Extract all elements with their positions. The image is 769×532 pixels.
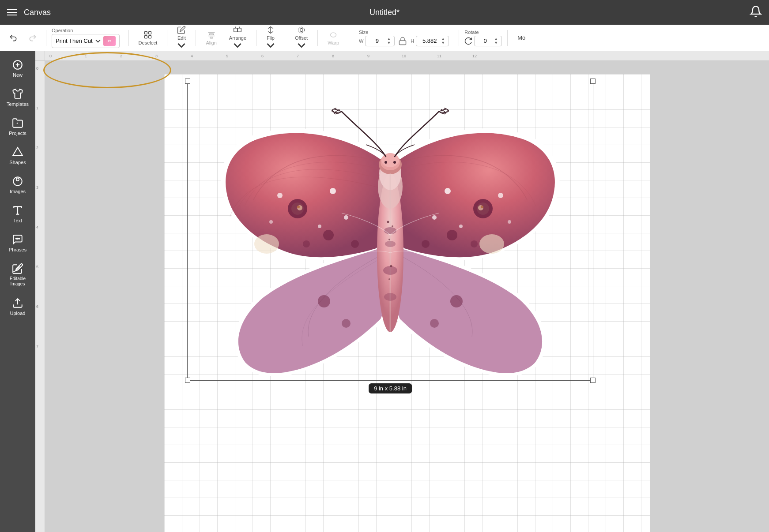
svg-point-12 — [300, 28, 303, 31]
sep2 — [128, 30, 129, 46]
ruler-corner — [35, 51, 45, 61]
svg-rect-8 — [234, 28, 237, 31]
svg-rect-3 — [149, 35, 151, 38]
svg-text:9: 9 — [367, 54, 369, 58]
svg-text:1: 1 — [36, 106, 38, 110]
sep5 — [256, 30, 256, 46]
flip-button[interactable]: Flip — [262, 24, 279, 52]
sep3 — [167, 30, 167, 46]
size-display-label: 9 in x 5.88 in — [369, 383, 412, 393]
sidebar-phrases-label: Phrases — [9, 247, 26, 252]
svg-text:5: 5 — [36, 265, 38, 269]
shapes-icon — [12, 146, 23, 158]
sidebar-item-upload[interactable]: Upload — [2, 293, 34, 320]
selection-box[interactable]: 9 in x 5.88 in — [187, 81, 593, 381]
more-button[interactable]: Mo — [513, 33, 530, 43]
sidebar-shapes-label: Shapes — [9, 160, 26, 165]
size-w-input[interactable] — [368, 37, 386, 44]
editable-images-icon — [12, 263, 23, 274]
sidebar-item-editable-images[interactable]: Editable Images — [2, 259, 34, 291]
handle-bottom-right[interactable] — [590, 378, 596, 383]
warp-label: Warp — [328, 40, 339, 45]
operation-select[interactable]: Print Then Cut ✂ — [52, 34, 120, 48]
size-w-down[interactable]: ▼ — [386, 41, 392, 45]
svg-rect-14 — [400, 41, 406, 45]
svg-rect-5 — [209, 34, 214, 35]
operation-group: Operation Print Then Cut ✂ — [52, 28, 120, 48]
svg-text:1: 1 — [85, 54, 87, 58]
svg-text:11: 11 — [437, 54, 441, 58]
ruler-vertical: 0 1 2 3 4 5 6 7 — [35, 61, 45, 532]
svg-text:4: 4 — [191, 54, 193, 58]
svg-text:0: 0 — [36, 66, 38, 71]
offset-button[interactable]: Offset — [290, 24, 312, 52]
sidebar-item-text[interactable]: Text — [2, 200, 34, 228]
rotate-input-wrap: ▲ ▼ — [474, 36, 502, 46]
size-h-down[interactable]: ▼ — [440, 41, 446, 45]
app-title: Canvas — [24, 8, 51, 17]
undo-button[interactable] — [5, 32, 21, 44]
offset-label: Offset — [295, 35, 308, 41]
operation-value: Print Then Cut — [56, 37, 93, 44]
lock-icon[interactable] — [396, 37, 409, 45]
svg-text:4: 4 — [36, 225, 38, 229]
operation-dropdown-icon — [95, 38, 101, 44]
edit-button[interactable]: Edit — [173, 24, 190, 52]
size-h-input[interactable] — [419, 37, 440, 44]
svg-text:7: 7 — [36, 344, 38, 348]
svg-text:3: 3 — [36, 185, 38, 190]
sidebar-images-label: Images — [10, 189, 26, 194]
sidebar-projects-label: Projects — [9, 131, 26, 136]
svg-text:2: 2 — [120, 54, 122, 58]
svg-text:2: 2 — [36, 146, 38, 150]
warp-button[interactable]: Warp — [323, 29, 343, 47]
deselect-button[interactable]: Deselect — [134, 29, 162, 47]
rotate-icon — [464, 37, 472, 45]
menu-icon[interactable] — [7, 9, 17, 15]
sidebar-item-shapes[interactable]: Shapes — [2, 142, 34, 169]
canvas-with-ruler: 0 1 2 3 4 5 6 7 — [35, 61, 769, 532]
sidebar-item-images[interactable]: Images — [2, 171, 34, 199]
sidebar-item-new[interactable]: New — [2, 55, 34, 82]
ruler-horizontal: 0 1 2 3 4 5 6 7 8 9 10 11 12 — [45, 51, 769, 61]
svg-text:6: 6 — [36, 304, 38, 309]
svg-rect-2 — [144, 35, 147, 38]
align-label: Align — [206, 40, 216, 45]
rotate-down[interactable]: ▼ — [493, 41, 499, 45]
text-icon — [12, 205, 23, 216]
sidebar-upload-label: Upload — [10, 311, 26, 316]
sep8 — [349, 30, 349, 46]
sep7 — [317, 30, 318, 46]
handle-top-right[interactable] — [590, 79, 596, 84]
handle-bottom-left[interactable] — [185, 378, 190, 383]
svg-rect-7 — [210, 37, 213, 38]
size-group: Size W ▲ ▼ H — [354, 28, 453, 48]
edit-label: Edit — [177, 35, 186, 41]
svg-text:6: 6 — [261, 54, 264, 58]
header: Canvas Untitled* — [0, 0, 769, 25]
sep4 — [196, 30, 196, 46]
size-label: Size — [359, 30, 449, 35]
sidebar-item-templates[interactable]: Templates — [2, 84, 34, 111]
rotate-group: Rotate ▲ ▼ — [464, 30, 502, 46]
arrange-button[interactable]: Arrange — [225, 24, 251, 52]
rotate-input[interactable] — [477, 37, 493, 44]
folder-icon — [12, 117, 23, 129]
svg-rect-9 — [237, 28, 241, 31]
canvas-scroll[interactable]: 9 in x 5.88 in — [45, 61, 769, 532]
sep9 — [459, 30, 459, 46]
sep6 — [285, 30, 285, 46]
align-button[interactable]: Align — [201, 29, 221, 47]
sidebar-item-phrases[interactable]: Phrases — [2, 229, 34, 257]
handle-top-left[interactable] — [185, 79, 190, 84]
bell-icon[interactable] — [750, 5, 762, 18]
sep1 — [46, 30, 46, 46]
sidebar-item-projects[interactable]: Projects — [2, 113, 34, 140]
shirt-icon — [12, 88, 23, 100]
header-right — [750, 5, 762, 19]
phrases-icon — [12, 234, 23, 245]
svg-text:7: 7 — [297, 54, 299, 58]
svg-point-13 — [298, 27, 304, 33]
ruler-row: 0 1 2 3 4 5 6 7 8 9 10 11 12 — [35, 51, 769, 61]
redo-button[interactable] — [25, 32, 41, 44]
